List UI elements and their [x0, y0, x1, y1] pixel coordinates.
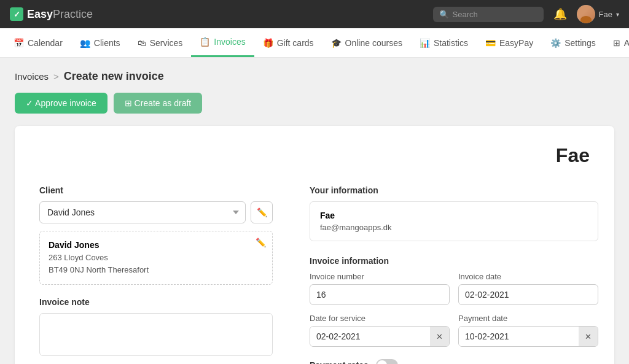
nav-label-clients: Clients — [94, 38, 120, 48]
payment-rates-label: Payment rates — [310, 360, 369, 364]
invoice-card: Fae Client David Jones ✏️ David Jones 26… — [15, 126, 614, 364]
service-date-input[interactable] — [310, 327, 430, 346]
nav-item-easypay[interactable]: 💳 EasyPay — [477, 28, 542, 57]
client-select-row: David Jones ✏️ — [39, 201, 273, 223]
edit-client-info-button[interactable]: ✏️ — [256, 238, 266, 247]
payment-date-input[interactable] — [459, 327, 579, 346]
breadcrumb: Invoices > Create new invoice — [15, 70, 614, 83]
settings-icon: ⚙️ — [550, 38, 561, 48]
your-information-box: Fae fae@mangoapps.dk — [310, 201, 598, 241]
invoice-right: Your information Fae fae@mangoapps.dk In… — [310, 185, 598, 364]
approve-invoice-button[interactable]: ✓ Approve invoice — [15, 93, 107, 114]
easypay-icon: 💳 — [485, 38, 496, 48]
clients-icon: 👥 — [80, 38, 90, 48]
invoice-note-label: Invoice note — [39, 297, 273, 307]
search-icon: 🔍 — [439, 10, 449, 19]
nav-label-calendar: Calendar — [28, 38, 63, 48]
breadcrumb-current: Create new invoice — [64, 70, 164, 83]
online-courses-icon: 🎓 — [331, 38, 342, 48]
breadcrumb-parent[interactable]: Invoices — [15, 71, 49, 82]
payment-rates-toggle[interactable] — [376, 359, 398, 364]
nav-item-gift-cards[interactable]: 🎁 Gift cards — [254, 28, 322, 57]
nav-item-clients[interactable]: 👥 Clients — [71, 28, 129, 57]
avatar — [577, 5, 595, 23]
navbar: 📅 Calendar 👥 Clients 🛍 Services 📋 Invoic… — [0, 28, 629, 58]
payment-date-label: Payment date — [458, 314, 598, 323]
your-information-label: Your information — [310, 185, 598, 195]
client-address-1: 263 Lloyd Coves — [49, 252, 264, 264]
logo-check-icon: ✓ — [10, 7, 23, 21]
topbar: ✓ EasyPractice 🔍 🔔 Fae ▾ — [0, 0, 629, 28]
statistics-icon: 📊 — [420, 38, 430, 48]
apps-icon: ⊞ — [613, 38, 620, 48]
nav-item-apps[interactable]: ⊞ Apps — [604, 28, 629, 57]
nav-label-statistics: Statistics — [434, 38, 468, 48]
search-box[interactable]: 🔍 — [433, 7, 544, 22]
nav-label-invoices: Invoices — [214, 37, 245, 47]
pencil-float-icon: ✏️ — [256, 238, 266, 247]
your-name: Fae — [320, 211, 588, 220]
nav-item-invoices[interactable]: 📋 Invoices — [191, 28, 254, 57]
invoice-date-label: Invoice date — [458, 272, 598, 281]
payment-date-field: Payment date ✕ — [458, 314, 598, 347]
your-email: fae@mangoapps.dk — [320, 223, 588, 232]
user-menu[interactable]: Fae ▾ — [577, 5, 619, 23]
chevron-down-icon: ▾ — [616, 11, 619, 18]
invoice-header: Fae — [39, 144, 590, 167]
payment-date-input-wrapper: ✕ — [458, 326, 598, 347]
create-draft-button[interactable]: ⊞ Create as draft — [114, 93, 203, 114]
invoices-icon: 📋 — [200, 37, 210, 47]
pencil-icon: ✏️ — [257, 207, 267, 217]
invoice-note-textarea[interactable] — [39, 313, 273, 356]
nav-label-settings: Settings — [565, 38, 596, 48]
payment-date-clear-button[interactable]: ✕ — [579, 327, 598, 346]
nav-label-online-courses: Online courses — [345, 38, 402, 48]
invoice-title: Fae — [39, 144, 590, 167]
your-information-section: Your information Fae fae@mangoapps.dk — [310, 185, 598, 241]
service-date-input-wrapper: ✕ — [310, 326, 450, 347]
breadcrumb-separator: > — [53, 71, 59, 82]
client-info-box: David Jones 263 Lloyd Coves BT49 0NJ Nor… — [39, 231, 273, 285]
notification-bell-icon[interactable]: 🔔 — [551, 5, 569, 23]
invoice-date-field: Invoice date — [458, 272, 598, 305]
service-date-field: Date for service ✕ — [310, 314, 450, 347]
client-address-2: BT49 0NJ North Theresafort — [49, 264, 264, 276]
service-date-label: Date for service — [310, 314, 450, 323]
logo: ✓ EasyPractice — [10, 7, 93, 21]
user-name-label: Fae — [599, 10, 612, 19]
nav-item-statistics[interactable]: 📊 Statistics — [411, 28, 477, 57]
invoice-info-label: Invoice information — [310, 256, 598, 266]
nav-label-apps: Apps — [624, 38, 629, 48]
invoice-number-field: Invoice number — [310, 272, 450, 305]
nav-item-services[interactable]: 🛍 Services — [129, 28, 192, 57]
logo-text: EasyPractice — [27, 8, 93, 21]
page-content: Invoices > Create new invoice ✓ Approve … — [0, 58, 629, 364]
invoice-info-grid: Invoice number Invoice date Date for ser… — [310, 272, 598, 347]
payment-rates-row: Payment rates — [310, 359, 598, 364]
invoice-left: Client David Jones ✏️ David Jones 263 Ll… — [39, 185, 273, 364]
service-date-clear-button[interactable]: ✕ — [430, 327, 449, 346]
nav-label-easypay: EasyPay — [499, 38, 533, 48]
action-row: ✓ Approve invoice ⊞ Create as draft — [15, 93, 614, 114]
edit-client-button[interactable]: ✏️ — [251, 201, 273, 223]
invoice-number-label: Invoice number — [310, 272, 450, 281]
nav-label-services: Services — [150, 38, 183, 48]
search-input[interactable] — [453, 10, 537, 19]
invoice-information-section: Invoice information Invoice number Invoi… — [310, 256, 598, 347]
gift-cards-icon: 🎁 — [263, 38, 273, 48]
nav-item-settings[interactable]: ⚙️ Settings — [542, 28, 604, 57]
invoice-columns: Client David Jones ✏️ David Jones 263 Ll… — [39, 185, 590, 364]
nav-item-calendar[interactable]: 📅 Calendar — [5, 28, 71, 57]
calendar-icon: 📅 — [14, 38, 24, 48]
nav-item-online-courses[interactable]: 🎓 Online courses — [322, 28, 411, 57]
client-select[interactable]: David Jones — [39, 201, 246, 223]
services-icon: 🛍 — [138, 38, 146, 48]
invoice-date-input[interactable] — [458, 284, 598, 305]
client-section-label: Client — [39, 185, 273, 195]
nav-label-gift-cards: Gift cards — [277, 38, 314, 48]
client-name: David Jones — [49, 240, 264, 250]
invoice-number-input[interactable] — [310, 284, 450, 305]
